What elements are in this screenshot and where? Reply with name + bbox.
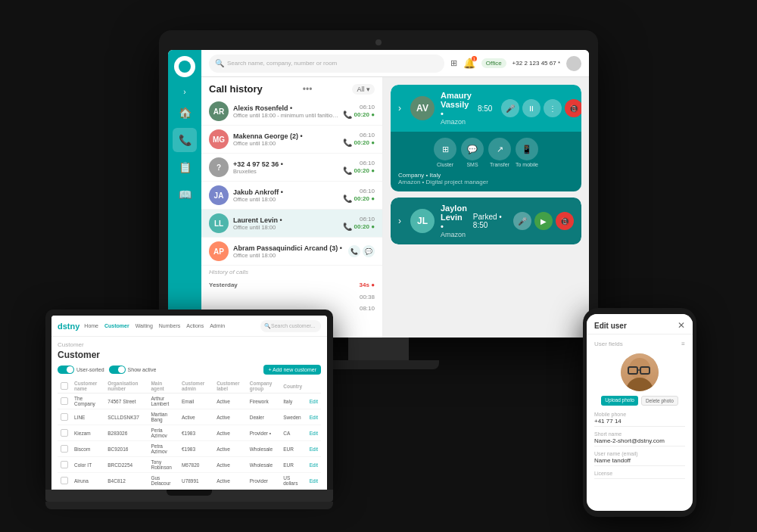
laptop-nav-home[interactable]: Home — [84, 323, 98, 328]
avatar-svg — [621, 353, 659, 391]
call-name-2: +32 4 97 52 36 • — [233, 160, 338, 168]
delete-photo-btn[interactable]: Delete photo — [641, 396, 678, 406]
call-action-phone[interactable]: 📞 — [348, 245, 360, 257]
sms-btn[interactable]: 💬 SMS — [461, 138, 484, 167]
cell-4-4: Active — [213, 457, 247, 473]
row-checkbox-3[interactable] — [61, 445, 68, 453]
cell-1-2: Martian Bang — [148, 409, 178, 425]
call-item-2[interactable]: ? +32 4 97 52 36 • Bruxelles 06:10 📞 — [201, 154, 382, 182]
hold-btn-1[interactable]: ⏸ — [522, 99, 540, 117]
call-card-name-2: Jaylon Levin • — [441, 204, 467, 231]
hangup-btn-1[interactable]: 📵 — [565, 99, 581, 117]
field-label-short-name: Short name — [594, 431, 685, 437]
table-row-3: BiscomBC92016Petra Azimov€1983ActiveWhol… — [58, 441, 321, 457]
call-item-3[interactable]: JA Jakub Ankroff • Office until 18:00 06… — [201, 182, 382, 210]
sidebar-item-history[interactable]: 📋 — [173, 155, 197, 179]
upload-photo-btn[interactable]: Upload photo — [601, 396, 638, 406]
panel-title: Call history — [209, 83, 263, 95]
call-item-1[interactable]: MG Makenna George (2) • Office until 18:… — [201, 126, 382, 154]
laptop-nav-customer[interactable]: Customer — [104, 323, 129, 328]
transfer-btn[interactable]: ↗ Transfer — [488, 138, 511, 167]
play-btn-2[interactable]: ▶ — [534, 212, 553, 230]
yesterday-duration: 34s ● — [360, 282, 375, 288]
field-value-user-name[interactable]: Name tandoff — [594, 457, 685, 466]
notification-dot: 1 — [472, 56, 477, 61]
cell-4-7[interactable]: Edit — [307, 457, 321, 473]
cell-5-7[interactable]: Edit — [307, 473, 321, 489]
cluster-btn[interactable]: ⊞ Cluster — [434, 138, 456, 167]
office-status-badge[interactable]: Office — [481, 58, 506, 68]
row-checkbox-5[interactable] — [61, 477, 68, 484]
cell-0-2: Arthur Lambert — [148, 394, 178, 409]
call-detail2-1: Amazon • Digital project manager — [398, 179, 574, 185]
mobile-btn[interactable]: 📱 To mobile — [516, 138, 538, 167]
notification-bell[interactable]: 🔔 1 — [463, 58, 475, 69]
sidebar-expand-btn[interactable]: › — [182, 86, 187, 98]
call-avatar-3: JA — [209, 185, 229, 205]
mute-btn-1[interactable]: 🎤 — [501, 99, 519, 117]
call-item-0[interactable]: AR Alexis Rosenfeld • Office until 18:00… — [201, 98, 382, 126]
user-sorted-toggle[interactable]: User-sorted — [58, 366, 104, 374]
mobile-field-short-name: Short name Name-2-short@dstny.com — [594, 431, 685, 446]
laptop-search[interactable]: 🔍 Search customer... — [260, 320, 321, 332]
more-btn-1[interactable]: ⋮ — [544, 99, 562, 117]
row-checkbox-4[interactable] — [61, 461, 68, 468]
field-value-short-name[interactable]: Name-2-short@dstny.com — [594, 437, 685, 446]
mobile-close-btn[interactable]: ✕ — [678, 320, 685, 331]
call-history-panel: Call history ••• All ▾ AR Alexis Rosenfe… — [201, 77, 383, 338]
call-action-msg[interactable]: 💬 — [363, 245, 375, 257]
phone-icon-4: 📞 — [343, 222, 352, 231]
mute-btn-2[interactable]: 🎤 — [513, 212, 531, 230]
row-checkbox-0[interactable] — [61, 397, 68, 405]
add-customer-btn[interactable]: + Add new customer — [263, 365, 321, 375]
cell-2-6: CA — [280, 425, 307, 441]
laptop-nav-actions[interactable]: Actions — [186, 323, 204, 328]
search-box[interactable]: 🔍 Search name, company, number or room — [209, 54, 444, 73]
select-all-checkbox[interactable] — [61, 382, 68, 390]
cell-1-7[interactable]: Edit — [307, 409, 321, 425]
field-value-mobile-phone[interactable]: +41 77 14 — [594, 418, 685, 427]
expand-chevron-2[interactable]: › — [398, 216, 401, 226]
show-active-toggle[interactable]: Show active — [109, 366, 157, 374]
row-checkbox-2[interactable] — [61, 429, 68, 437]
sidebar-item-book[interactable]: 📖 — [173, 182, 197, 207]
table-row-1: LINESCLLDSNK37Martian BangActiveActiveDe… — [58, 409, 321, 425]
cell-3-7[interactable]: Edit — [307, 441, 321, 457]
row-checkbox-1[interactable] — [61, 413, 68, 421]
call-info-5: Abram Passaquindici Arcand (3) • Office … — [233, 244, 344, 259]
cell-5-6: US dollars — [280, 473, 307, 489]
monitor-stand-neck — [348, 338, 409, 360]
cell-4-1: BRCD2254 — [104, 457, 148, 473]
laptop-page-title: Customer — [58, 350, 321, 360]
active-calls-panel: › AV Amaury Vassily • Amazon 8:50 🎤 — [383, 77, 589, 338]
cell-4-5: Wholesale — [247, 457, 281, 473]
active-call-card-1: › AV Amaury Vassily • Amazon 8:50 🎤 — [391, 85, 581, 191]
call-item-5[interactable]: AP Abram Passaquindici Arcand (3) • Offi… — [201, 238, 382, 266]
user-avatar[interactable] — [566, 56, 581, 71]
cell-2-7[interactable]: Edit — [307, 425, 321, 441]
user-avatar-face — [621, 353, 659, 391]
cell-4-3: M67820 — [179, 457, 213, 473]
cell-4-6: EUR — [280, 457, 307, 473]
hangup-btn-2[interactable]: 📵 — [556, 212, 574, 230]
expand-chevron-1[interactable]: › — [398, 103, 401, 114]
call-meta-0: 06:10 📞 00:20 ● — [343, 104, 375, 119]
call-name-1: Makenna George (2) • — [233, 132, 338, 140]
call-name-4: Laurent Levin • — [233, 216, 338, 224]
cell-5-3: U78991 — [179, 473, 213, 489]
cell-0-7[interactable]: Edit — [307, 394, 321, 409]
field-value-license[interactable] — [594, 477, 685, 479]
table-row-0: The Company74567 StreetArthur LambertEma… — [58, 394, 321, 409]
laptop-nav-waiting[interactable]: Waiting — [136, 323, 153, 328]
col-customer-admin: Customer admin — [179, 379, 213, 394]
call-item-4[interactable]: LL Laurent Levin • Office until 18:00 06… — [201, 210, 382, 238]
filter-btn[interactable]: All ▾ — [352, 84, 375, 95]
grid-view-icon[interactable]: ⊞ — [450, 58, 457, 68]
call-details-1: Company • Italy — [398, 172, 574, 179]
sidebar-item-home[interactable]: 🏠 — [173, 101, 197, 125]
laptop-nav-numbers[interactable]: Numbers — [159, 323, 180, 328]
call-card-info-1: Amaury Vassily • Amazon — [441, 91, 472, 126]
panel-options-btn[interactable]: ••• — [303, 84, 313, 95]
laptop-nav-admin[interactable]: Admin — [210, 323, 225, 328]
sidebar-item-phone[interactable]: 📞 — [173, 128, 197, 152]
